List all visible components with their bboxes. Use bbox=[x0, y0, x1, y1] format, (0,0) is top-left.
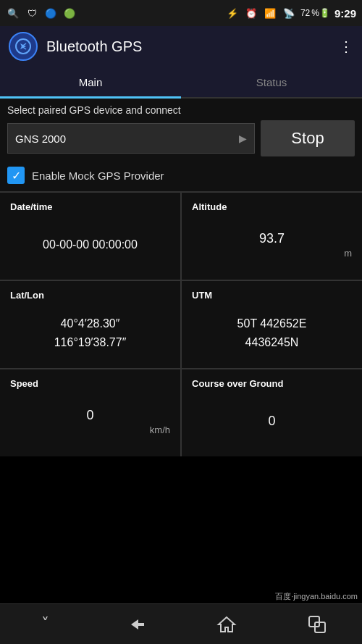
lat-value: 40°4′28.30″ bbox=[61, 315, 120, 333]
utm-value1: 50T 442652E bbox=[237, 315, 307, 333]
stop-button[interactable]: Stop bbox=[261, 120, 355, 156]
device-name: GNS 2000 bbox=[15, 133, 66, 145]
altitude-value: 93.7 bbox=[259, 231, 285, 246]
speed-value-container: 0 km/h bbox=[10, 395, 170, 448]
battery-percent: 72 bbox=[300, 8, 310, 18]
tab-bar: Main Status bbox=[0, 67, 362, 99]
status-left-icons: 🔍 🛡 🔵 🟢 bbox=[6, 6, 77, 20]
app-icon bbox=[9, 32, 38, 61]
utm-value-container: 50T 442652E 4436245N bbox=[192, 306, 352, 359]
tab-status[interactable]: Status bbox=[181, 67, 362, 97]
wifi-icon: 📶 bbox=[263, 6, 277, 20]
utm-label: UTM bbox=[192, 290, 352, 301]
select-label: Select paired GPS device and connect bbox=[7, 104, 355, 116]
speed-label: Speed bbox=[10, 378, 170, 389]
vpn-icon: 🛡 bbox=[25, 6, 39, 20]
device-selector[interactable]: GNS 2000 ▶ bbox=[7, 123, 255, 154]
course-label: Course over Ground bbox=[192, 378, 352, 389]
nav-home-button[interactable] bbox=[205, 610, 248, 639]
speed-cell: Speed 0 km/h bbox=[0, 369, 180, 456]
datetime-value: 00-00-00 00:00:00 bbox=[10, 218, 170, 271]
baidu-watermark: 百度·jingyan.baidu.com bbox=[271, 590, 362, 603]
latlon-value-container: 40°4′28.30″ 116°19′38.77″ bbox=[10, 306, 170, 359]
dropdown-arrow-icon: ▶ bbox=[239, 133, 247, 144]
bluetooth-icon: ⚡ bbox=[225, 6, 240, 20]
bluetooth-status-icon: 🔵 bbox=[43, 6, 58, 20]
mock-gps-checkbox[interactable]: ✓ bbox=[7, 167, 25, 184]
lon-value: 116°19′38.77″ bbox=[54, 334, 127, 351]
altitude-cell: Altitude 93.7 m bbox=[182, 193, 362, 280]
battery-indicator: 72%🔋 bbox=[300, 8, 330, 18]
overflow-menu-icon[interactable]: ⋮ bbox=[339, 38, 353, 55]
clock-icon: ⏰ bbox=[244, 6, 258, 20]
status-time: 9:29 bbox=[334, 7, 356, 20]
datetime-label: Date/time bbox=[10, 201, 170, 212]
main-content: Select paired GPS device and connect GNS… bbox=[0, 99, 362, 456]
app-bar: Bluetooth GPS ⋮ bbox=[0, 26, 362, 67]
utm-cell: UTM 50T 442652E 4436245N bbox=[182, 281, 362, 368]
latlon-label: Lat/Lon bbox=[10, 290, 170, 301]
app-status-icon: 🟢 bbox=[62, 6, 77, 20]
mock-gps-row: ✓ Enable Mock GPS Provider bbox=[0, 159, 362, 191]
select-row: Select paired GPS device and connect GNS… bbox=[0, 99, 362, 159]
data-grid: Date/time 00-00-00 00:00:00 Altitude 93.… bbox=[0, 191, 362, 456]
nav-recent-button[interactable] bbox=[295, 610, 339, 639]
search-icon: 🔍 bbox=[6, 6, 20, 20]
speed-value: 0 bbox=[86, 408, 93, 423]
tab-main[interactable]: Main bbox=[0, 67, 181, 97]
app-title: Bluetooth GPS bbox=[46, 38, 330, 55]
nav-down-button[interactable]: ˅ bbox=[24, 610, 67, 639]
course-value: 0 bbox=[268, 414, 275, 429]
nav-back-button[interactable] bbox=[114, 610, 158, 639]
utm-value2: 4436245N bbox=[245, 334, 299, 351]
course-cell: Course over Ground 0 bbox=[182, 369, 362, 456]
signal-icon: 📡 bbox=[282, 6, 296, 20]
mock-gps-label: Enable Mock GPS Provider bbox=[32, 170, 164, 182]
course-value-container: 0 bbox=[192, 395, 352, 448]
bottom-nav: ˅ bbox=[0, 603, 362, 644]
select-connect-row: GNS 2000 ▶ Stop bbox=[7, 120, 355, 156]
altitude-unit: m bbox=[344, 248, 352, 259]
speed-unit: km/h bbox=[150, 425, 170, 435]
status-right-icons: ⚡ ⏰ 📶 📡 72%🔋 9:29 bbox=[225, 6, 356, 20]
latlon-cell: Lat/Lon 40°4′28.30″ 116°19′38.77″ bbox=[0, 281, 180, 368]
status-bar: 🔍 🛡 🔵 🟢 ⚡ ⏰ 📶 📡 72%🔋 9:29 bbox=[0, 0, 362, 26]
altitude-value-container: 93.7 m bbox=[192, 218, 352, 271]
datetime-cell: Date/time 00-00-00 00:00:00 bbox=[0, 193, 180, 280]
altitude-label: Altitude bbox=[192, 201, 352, 212]
